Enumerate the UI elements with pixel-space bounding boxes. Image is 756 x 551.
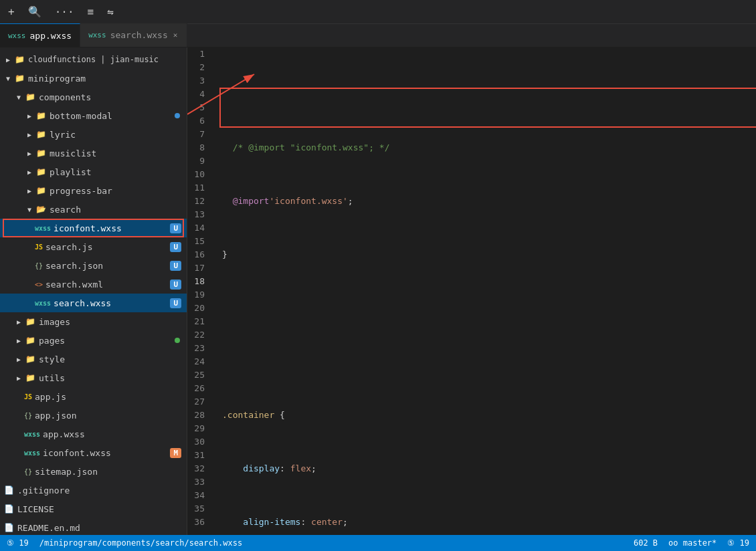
line-num: 34	[187, 489, 210, 502]
wxss-file-icon: wxss	[35, 225, 51, 232]
arrow-icon: ▼	[24, 206, 35, 213]
line-num: 17	[187, 261, 210, 275]
tab-search-wxss[interactable]: wxss search.wxss ✕	[80, 23, 187, 47]
arrow-icon: ▶	[24, 112, 35, 120]
code-editor[interactable]: 1 2 3 4 5 6 7 8 9 10 11 12 13 14 15 16 1…	[187, 47, 756, 535]
line-num: 27	[187, 395, 210, 409]
editor-wrapper: 1 2 3 4 5 6 7 8 9 10 11 12 13 14 15 16 1…	[187, 47, 756, 535]
sidebar-item-search-folder[interactable]: ▼ 📂 search	[0, 200, 187, 219]
annotated-code-section: /* @import "iconfont.wxss"; */ @import'i…	[222, 88, 756, 288]
folder-icon: 📁	[24, 354, 36, 364]
line-num: 5	[187, 101, 210, 114]
arrow-icon: ▶	[24, 150, 35, 157]
sidebar-item-lyric[interactable]: ▶ 📁 lyric	[0, 125, 187, 144]
wxml-file-icon: <>	[35, 281, 43, 288]
line-num: 12	[187, 195, 210, 208]
more-icon[interactable]: ···	[52, 3, 77, 21]
sidebar-item-gitignore[interactable]: 📄 .gitignore	[0, 481, 187, 500]
arrow-icon: ▶	[24, 131, 35, 138]
sidebar-item-search-js[interactable]: JS search.js U	[0, 237, 187, 256]
tab-app-wxss[interactable]: wxss app.wxss	[0, 23, 80, 47]
badge-dot	[175, 113, 180, 118]
sidebar-item-cloudfunctions[interactable]: ▶ 📁 cloudfunctions | jian-music	[0, 50, 187, 69]
line-num: 4	[187, 88, 210, 101]
folder-icon: 📁	[24, 373, 36, 382]
split-icon[interactable]: ≡	[85, 3, 97, 21]
sidebar-item-utils[interactable]: ▶ 📁 utils	[0, 368, 187, 387]
file-size: 602 B	[634, 538, 658, 548]
code-line-5: .container {	[222, 409, 756, 422]
sidebar-label: search	[50, 205, 81, 215]
line-num: 19	[187, 288, 210, 302]
json-icon2: {}	[24, 468, 32, 475]
file-icon: 📄	[3, 485, 15, 495]
sidebar-item-iconfont-wxss-root[interactable]: wxss iconfont.wxss M	[0, 443, 187, 462]
file-icon2: 📄	[3, 504, 15, 514]
folder-icon: 📁	[35, 148, 47, 158]
arrow-icon: ▶	[13, 337, 24, 344]
code-text: display	[222, 462, 280, 475]
sidebar-item-iconfont-wxss[interactable]: wxss iconfont.wxss U	[0, 219, 187, 237]
sidebar-item-sitemap-json[interactable]: {} sitemap.json	[0, 462, 187, 481]
folder-icon: 📁	[35, 130, 47, 139]
wxss-file-icon2: wxss	[35, 300, 51, 307]
sidebar-item-progress-bar[interactable]: ▶ 📁 progress-bar	[0, 181, 187, 200]
line-num: 10	[187, 168, 210, 181]
arrow-icon: ▶	[24, 169, 35, 176]
layout-icon[interactable]: ⇋	[104, 3, 116, 21]
line-num: 7	[187, 128, 210, 141]
sidebar-item-style[interactable]: ▶ 📁 style	[0, 350, 187, 368]
sidebar-item-bottom-modal[interactable]: ▶ 📁 bottom-modal	[0, 106, 187, 125]
sidebar-label: miniprogram	[28, 74, 86, 84]
line-num: 36	[187, 516, 210, 529]
main-content: ▶ 📁 cloudfunctions | jian-music ▼ 📁 mini…	[0, 47, 756, 535]
sidebar-item-search-wxml[interactable]: <> search.wxml U	[0, 275, 187, 294]
sidebar-item-license[interactable]: 📄 LICENSE	[0, 500, 187, 518]
sidebar-item-images[interactable]: ▶ 📁 images	[0, 312, 187, 331]
badge-dot-green	[175, 338, 180, 343]
line-num: 23	[187, 342, 210, 355]
json-file-icon: {}	[35, 262, 43, 269]
wxss-icon: wxss	[24, 431, 40, 438]
folder-icon: 📁	[13, 74, 25, 83]
sidebar-item-miniprogram[interactable]: ▼ 📁 miniprogram	[0, 69, 187, 88]
code-text: .container	[222, 409, 274, 422]
sidebar-item-app-wxss[interactable]: wxss app.wxss	[0, 425, 187, 443]
sidebar-item-search-wxss[interactable]: wxss search.wxss U	[0, 294, 187, 312]
folder-open-icon: 📂	[35, 205, 47, 214]
sidebar-label: README.en.md	[17, 523, 80, 533]
sidebar-item-musiclist[interactable]: ▶ 📁 musiclist	[0, 144, 187, 162]
sidebar-item-playlist[interactable]: ▶ 📁 playlist	[0, 162, 187, 181]
search-icon[interactable]: 🔍	[25, 3, 44, 21]
sidebar-label: app.wxss	[43, 429, 85, 439]
sidebar-item-search-json[interactable]: {} search.json U	[0, 256, 187, 275]
tab-wxss-icon2: wxss	[88, 31, 106, 39]
sidebar-label: search.json	[45, 261, 103, 271]
tab-close-button[interactable]: ✕	[172, 29, 179, 41]
line-num: 1	[187, 47, 210, 61]
sidebar-item-readme-en[interactable]: 📄 README.en.md	[0, 518, 187, 535]
line-num: 9	[187, 154, 210, 168]
arrow-icon: ▼	[13, 94, 24, 101]
folder-icon: 📁	[35, 186, 47, 195]
sidebar-item-components[interactable]: ▼ 📁 components	[0, 88, 187, 106]
add-icon[interactable]: +	[5, 3, 17, 21]
line-num: 31	[187, 449, 210, 462]
line-num: 16	[187, 248, 210, 261]
sidebar-label: search.js	[45, 242, 92, 252]
line-num: 32	[187, 462, 210, 475]
sidebar-item-pages[interactable]: ▶ 📁 pages	[0, 331, 187, 350]
sidebar-label: app.json	[35, 411, 77, 421]
js-file-icon: JS	[35, 243, 43, 251]
arrow-icon: ▶	[13, 356, 24, 363]
sidebar-item-app-json[interactable]: {} app.json	[0, 406, 187, 425]
code-text: }	[222, 248, 227, 261]
sidebar-item-app-js[interactable]: JS app.js	[0, 387, 187, 406]
badge-u: U	[170, 298, 181, 308]
sidebar-label: search.wxml	[45, 280, 103, 290]
file-icon3: 📄	[3, 523, 15, 532]
folder-icon: 📁	[35, 111, 47, 120]
code-line-4	[222, 342, 756, 355]
line-num: 24	[187, 355, 210, 368]
code-text: ;	[343, 516, 348, 529]
